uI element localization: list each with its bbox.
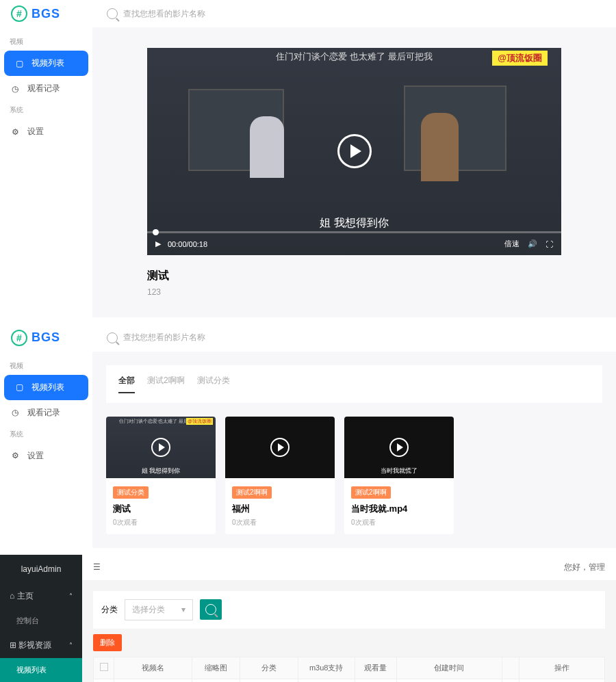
logo-text: BGS [31, 7, 60, 21]
speed-button[interactable]: 倍速 [504, 239, 519, 249]
cell-views: 0 [355, 679, 396, 682]
sidebar-item-watch-history[interactable]: ◷ 观看记录 [0, 76, 92, 101]
gear-icon: ⚙ [10, 127, 21, 137]
admin-topbar: ☰ 您好，管理 [82, 555, 616, 580]
cell-actions: ✎ 入库删除 [519, 679, 605, 682]
cell-name: 测试导入.mp4 [114, 679, 192, 682]
admin-menu-home[interactable]: ⌂ 主页˄ [0, 583, 82, 609]
sidebar-group-video: 视频 [0, 357, 92, 375]
table-row: 测试导入.mp4 未分类 待转换 0 1 ✎ 入库删除 [94, 679, 605, 682]
table-header: m3u8支持 [298, 657, 355, 679]
gear-icon: ⚙ [10, 450, 21, 461]
sidebar-item-settings[interactable]: ⚙ 设置 [0, 119, 92, 144]
video-grid: 住门对门谈个恋爱 也太难了 最后可把我 @顶流饭圈 姐 我想得到你 测试分类 测… [92, 403, 616, 548]
search-icon [205, 604, 216, 615]
card-views: 0次观看 [351, 518, 447, 527]
chevron-up-icon: ˄ [69, 642, 73, 649]
tab-test-category[interactable]: 测试分类 [197, 375, 230, 393]
search-button[interactable] [200, 599, 222, 620]
cell-extra: 1 [502, 679, 519, 682]
card-tag: 测试分类 [113, 486, 149, 499]
filter-label: 分类 [101, 604, 118, 616]
table-header [502, 657, 519, 679]
sidebar-group-system: 系统 [0, 425, 92, 443]
sidebar-item-label: 设置 [27, 450, 44, 462]
admin-menu-console[interactable]: 控制台 [0, 609, 82, 633]
menu-toggle-icon[interactable]: ☰ [93, 562, 101, 572]
admin-greeting: 您好，管理 [564, 562, 605, 573]
sidebar-item-label: 观看记录 [27, 407, 60, 419]
sidebar-item-video-list[interactable]: ▢ 视频列表 [4, 375, 88, 400]
card-title: 当时我就.mp4 [351, 503, 447, 515]
select-all-checkbox[interactable] [100, 663, 108, 671]
tab-test2[interactable]: 测试2啊啊 [147, 375, 185, 393]
search-placeholder: 查找您想看的影片名称 [123, 332, 205, 343]
sidebar-group-video: 视频 [0, 33, 92, 51]
sidebar-item-settings[interactable]: ⚙ 设置 [0, 443, 92, 469]
cell-created [397, 679, 502, 682]
search-input[interactable]: 查找您想看的影片名称 [107, 332, 605, 343]
video-table: 视频名缩略图分类m3u8支持观看量创建时间操作 测试导入.mp4 未分类 待转换… [93, 657, 605, 683]
play-icon [270, 438, 290, 457]
sidebar: 视频 ▢ 视频列表 ◷ 观看记录 系统 ⚙ 设置 [0, 27, 92, 317]
cell-thumbnail [192, 679, 240, 682]
play-icon [151, 438, 170, 457]
logo-text: BGS [31, 330, 60, 345]
video-card[interactable]: 测试2啊啊 福州 0次观看 [225, 417, 335, 534]
category-select[interactable]: 选择分类▾ [125, 599, 193, 620]
search-icon [107, 332, 118, 343]
card-thumbnail [225, 417, 335, 478]
play-button[interactable] [337, 134, 372, 168]
cell-m3u8: 待转换 [298, 679, 355, 682]
play-icon[interactable]: ▶ [155, 239, 161, 248]
video-description: 123 [147, 287, 561, 297]
time-display: 00:00/00:18 [168, 240, 207, 248]
sidebar-item-label: 视频列表 [31, 57, 64, 69]
sidebar-item-label: 视频列表 [31, 382, 64, 393]
table-header: 分类 [240, 657, 298, 679]
card-thumbnail: 住门对门谈个恋爱 也太难了 最后可把我 @顶流饭圈 姐 我想得到你 [106, 417, 216, 478]
video-watermark: @顶流饭圈 [492, 51, 548, 66]
table-header [94, 657, 114, 679]
card-views: 0次观看 [232, 518, 328, 527]
delete-button[interactable]: 删除 [93, 634, 122, 651]
logo-icon: # [11, 5, 27, 22]
table-header: 观看量 [355, 657, 396, 679]
sidebar-item-video-list[interactable]: ▢ 视频列表 [4, 51, 88, 76]
card-tag: 测试2啊啊 [351, 486, 391, 499]
card-title: 测试 [113, 503, 209, 515]
clock-icon: ◷ [10, 83, 21, 94]
admin-menu-video-list[interactable]: 视频列表 [0, 658, 82, 682]
admin-menu-resource[interactable]: ⊞ 影视资源˄ [0, 633, 82, 658]
card-title: 福州 [232, 503, 328, 515]
search-input[interactable]: 查找您想看的影片名称 [107, 8, 605, 20]
logo[interactable]: # BGS [11, 5, 93, 22]
table-header: 操作 [519, 657, 605, 679]
video-controls: ▶ 00:00/00:18 倍速 🔊 ⛶ [147, 233, 561, 255]
video-card[interactable]: 当时我就慌了 测试2啊啊 当时我就.mp4 0次观看 [344, 417, 454, 534]
video-player[interactable]: 住门对门谈个恋爱 也太难了 最后可把我 @顶流饭圈 姐 我想得到你 ▶ 00:0… [147, 48, 561, 255]
video-top-caption: 住门对门谈个恋爱 也太难了 最后可把我 [276, 51, 432, 63]
tab-all[interactable]: 全部 [118, 375, 135, 393]
chevron-down-icon: ▾ [181, 605, 185, 614]
sidebar-item-watch-history[interactable]: ◷ 观看记录 [0, 400, 92, 425]
sidebar-group-system: 系统 [0, 101, 92, 119]
table-header: 创建时间 [397, 657, 502, 679]
table-header: 缩略图 [192, 657, 240, 679]
logo[interactable]: # BGS [11, 330, 93, 346]
video-card[interactable]: 住门对门谈个恋爱 也太难了 最后可把我 @顶流饭圈 姐 我想得到你 测试分类 测… [106, 417, 216, 534]
admin-logo: layuiAdmin [0, 555, 82, 583]
clock-icon: ◷ [10, 407, 21, 418]
video-title: 测试 [147, 269, 561, 283]
chevron-up-icon: ˄ [69, 592, 73, 600]
search-placeholder: 查找您想看的影片名称 [123, 8, 205, 20]
fullscreen-icon[interactable]: ⛶ [546, 240, 553, 248]
admin-sidebar: layuiAdmin ⌂ 主页˄ 控制台 ⊞ 影视资源˄ 视频列表 视频分类 [0, 555, 82, 683]
table-header: 视频名 [114, 657, 192, 679]
sidebar: 视频 ▢ 视频列表 ◷ 观看记录 系统 ⚙ 设置 [0, 352, 92, 548]
video-subtitle: 姐 我想得到你 [320, 216, 388, 231]
tv-icon: ▢ [14, 382, 25, 393]
volume-icon[interactable]: 🔊 [528, 239, 537, 248]
category-tabs: 全部 测试2啊啊 测试分类 [106, 365, 602, 403]
cell-category: 未分类 [240, 679, 298, 682]
